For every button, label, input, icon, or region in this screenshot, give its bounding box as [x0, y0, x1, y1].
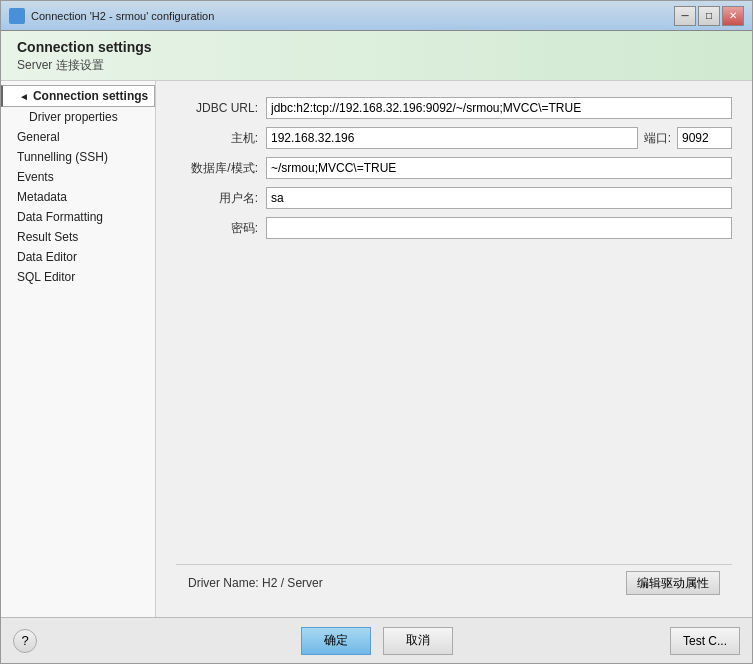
host-row: 主机: 端口: — [176, 127, 732, 149]
driver-info: Driver Name: H2 / Server — [188, 576, 323, 590]
driver-bar: Driver Name: H2 / Server 编辑驱动属性 — [176, 564, 732, 601]
footer: ? 确定 取消 Test C... — [1, 617, 752, 663]
db-input[interactable] — [266, 157, 732, 179]
sidebar-item-label: Data Editor — [17, 250, 77, 264]
close-button[interactable]: ✕ — [722, 6, 744, 26]
page-subtitle: Server 连接设置 — [17, 57, 736, 74]
title-bar: Connection 'H2 - srmou' configuration ─ … — [1, 1, 752, 31]
port-input[interactable] — [677, 127, 732, 149]
user-input[interactable] — [266, 187, 732, 209]
host-input[interactable] — [266, 127, 638, 149]
jdbc-label: JDBC URL: — [176, 101, 266, 115]
sidebar-item-label: Events — [17, 170, 54, 184]
sidebar-item-label: Data Formatting — [17, 210, 103, 224]
driver-name-value: H2 / Server — [262, 576, 323, 590]
sidebar-item-label: Connection settings — [33, 89, 148, 103]
arrow-icon: ◄ — [19, 91, 29, 102]
db-row: 数据库/模式: — [176, 157, 732, 179]
jdbc-row: JDBC URL: — [176, 97, 732, 119]
window-icon — [9, 8, 25, 24]
jdbc-input[interactable] — [266, 97, 732, 119]
sidebar-item-label: General — [17, 130, 60, 144]
user-row: 用户名: — [176, 187, 732, 209]
header-area: Connection settings Server 连接设置 — [1, 31, 752, 81]
maximize-button[interactable]: □ — [698, 6, 720, 26]
sidebar-item-metadata[interactable]: Metadata — [1, 187, 155, 207]
cancel-button[interactable]: 取消 — [383, 627, 453, 655]
help-button[interactable]: ? — [13, 629, 37, 653]
window-controls: ─ □ ✕ — [674, 6, 744, 26]
minimize-button[interactable]: ─ — [674, 6, 696, 26]
main-window: Connection 'H2 - srmou' configuration ─ … — [0, 0, 753, 664]
sidebar-item-sql-editor[interactable]: SQL Editor — [1, 267, 155, 287]
sidebar-item-tunnelling-ssh[interactable]: Tunnelling (SSH) — [1, 147, 155, 167]
host-label: 主机: — [176, 130, 266, 147]
sidebar-item-data-editor[interactable]: Data Editor — [1, 247, 155, 267]
edit-driver-button[interactable]: 编辑驱动属性 — [626, 571, 720, 595]
sidebar-item-label: Metadata — [17, 190, 67, 204]
sidebar-item-result-sets[interactable]: Result Sets — [1, 227, 155, 247]
ok-button[interactable]: 确定 — [301, 627, 371, 655]
connection-form: JDBC URL: 主机: 端口: 数据库/模式: — [176, 97, 732, 564]
password-input[interactable] — [266, 217, 732, 239]
sidebar: ◄ Connection settings Driver properties … — [1, 81, 156, 617]
sidebar-item-driver-properties[interactable]: Driver properties — [1, 107, 155, 127]
window-title: Connection 'H2 - srmou' configuration — [31, 10, 674, 22]
test-connection-button[interactable]: Test C... — [670, 627, 740, 655]
sidebar-item-connection-settings[interactable]: ◄ Connection settings — [1, 85, 155, 107]
sidebar-item-label: Result Sets — [17, 230, 78, 244]
sidebar-item-label: Tunnelling (SSH) — [17, 150, 108, 164]
sidebar-item-events[interactable]: Events — [1, 167, 155, 187]
footer-center: 确定 取消 — [301, 627, 453, 655]
footer-right: Test C... — [670, 627, 740, 655]
footer-left: ? — [13, 629, 37, 653]
main-panel: JDBC URL: 主机: 端口: 数据库/模式: — [156, 81, 752, 617]
sidebar-item-label: Driver properties — [29, 110, 118, 124]
host-port-group: 端口: — [266, 127, 732, 149]
sidebar-item-general[interactable]: General — [1, 127, 155, 147]
password-row: 密码: — [176, 217, 732, 239]
user-label: 用户名: — [176, 190, 266, 207]
driver-name-label: Driver Name: — [188, 576, 259, 590]
password-label: 密码: — [176, 220, 266, 237]
sidebar-item-label: SQL Editor — [17, 270, 75, 284]
page-title: Connection settings — [17, 39, 736, 55]
db-label: 数据库/模式: — [176, 160, 266, 177]
content-area: ◄ Connection settings Driver properties … — [1, 81, 752, 617]
sidebar-item-data-formatting[interactable]: Data Formatting — [1, 207, 155, 227]
port-label: 端口: — [644, 130, 671, 147]
